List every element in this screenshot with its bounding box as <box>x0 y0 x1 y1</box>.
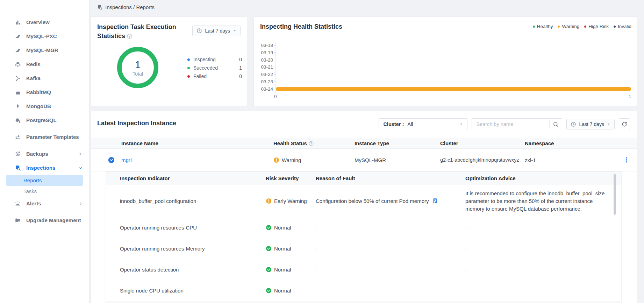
reason-text: - <box>316 225 317 231</box>
latest-card-title: Latest Inspection Instance <box>97 120 176 127</box>
health-legend-item-high-risk[interactable]: High Risk <box>584 24 609 29</box>
col-health-status: Health Status <box>273 140 355 146</box>
bar-warning-03-24[interactable] <box>276 87 631 91</box>
clock-icon <box>196 28 202 34</box>
dolphin-icon <box>15 33 21 40</box>
legend-label: High Risk <box>588 24 609 29</box>
legend-label: Warning <box>562 24 579 29</box>
legend-label: Succeeded <box>193 65 218 71</box>
health-legend-item-warning[interactable]: Warning <box>558 24 579 29</box>
reason-cell: - <box>316 267 465 273</box>
sidebar-subitem-reports[interactable]: Reports <box>6 175 83 186</box>
col-instance-name: Instance Name <box>121 140 273 146</box>
severity-label: Normal <box>274 267 291 273</box>
sidebar-item-mongodb[interactable]: MongoDB <box>0 99 89 113</box>
reason-text: - <box>316 288 317 294</box>
severity-cell: Normal <box>266 246 316 252</box>
refresh-button[interactable] <box>619 118 630 130</box>
detail-row-operator-status-detection: Operator status detectionNormal-- <box>106 259 621 280</box>
chart-bar-icon <box>15 19 21 26</box>
chart-row-03-24 <box>276 85 631 93</box>
severity-label: Early Warning <box>274 198 307 204</box>
warning-circle-icon <box>266 198 272 204</box>
search-icon[interactable] <box>553 121 559 127</box>
health-legend-item-invalid[interactable]: Invalid <box>614 24 631 29</box>
chevron-down-icon <box>78 165 83 170</box>
factory-icon <box>15 89 21 96</box>
sidebar-item-mysql-pxc[interactable]: MySQL-PXC <box>0 29 89 43</box>
collapse-row-icon[interactable] <box>108 157 115 163</box>
task-execution-card: Inspection Task Execution Statistics Las… <box>91 16 247 106</box>
sidebar-item-label: Upgrade Management <box>26 217 83 224</box>
sidebar-item-overview[interactable]: Overview <box>0 15 89 29</box>
sidebar-item-label: Redis <box>26 61 83 68</box>
col-reason-of-fault: Reason of Fault <box>316 175 465 181</box>
advice-cell: - <box>465 241 607 257</box>
legend-dot <box>533 26 535 28</box>
indicator-cell: Operator running resources-Memory <box>120 246 266 252</box>
sidebar-item-redis[interactable]: Redis <box>0 57 89 71</box>
check-circle-icon <box>266 288 272 294</box>
detail-table-header: Inspection Indicator Risk Severity Reaso… <box>106 172 621 185</box>
caret-down-icon <box>459 122 463 126</box>
col-optimization-advice: Optimization Advice <box>465 175 607 181</box>
health-card-title: Inspecting Health Statistics <box>260 23 342 30</box>
sidebar-item-inspections[interactable]: Inspections <box>0 161 89 175</box>
sidebar-item-label: Alerts <box>26 200 73 207</box>
sidebar-item-kafka[interactable]: Kafka <box>0 71 89 85</box>
advice-cell: - <box>465 283 607 299</box>
sidebar-item-alerts[interactable]: Alerts <box>0 197 89 211</box>
indicator-cell: Single node CPU utilization <box>120 288 266 294</box>
sidebar-item-upgrade-management[interactable]: Upgrade Management <box>0 211 89 230</box>
latest-inspection-card: Latest Inspection Instance Cluster : All… <box>91 111 637 303</box>
sidebar-item-mysql-mgr[interactable]: MySQL-MGR <box>0 43 89 57</box>
legend-label: Failed <box>193 73 207 79</box>
caret-down-icon <box>233 29 236 33</box>
sidebar-item-rabbitmq[interactable]: RabbitMQ <box>0 85 89 99</box>
help-icon[interactable] <box>127 33 133 39</box>
sidebar-item-backups[interactable]: Backups <box>0 147 89 161</box>
dolphin-icon <box>15 47 21 54</box>
sidebar-item-parameter-templates[interactable]: Parameter Templates <box>0 127 89 147</box>
y-axis-label-03-22: 03-22 <box>260 71 276 78</box>
row-actions-kebab-icon[interactable] <box>623 156 630 163</box>
task-legend: Inspecting0Succeeded1Failed0 <box>187 55 242 80</box>
task-range-button[interactable]: Last 7 days <box>192 26 241 36</box>
legend-dot <box>614 26 616 28</box>
check-circle-icon <box>266 267 272 273</box>
x-axis-tick-0: 0 <box>274 94 277 99</box>
cluster-cell: g2-c1-abcdefghijklmnopqrstuvwxyz <box>440 157 525 163</box>
health-statistics-card: Inspecting Health Statistics HealthyWarn… <box>253 16 637 106</box>
sidebar-subitem-tasks[interactable]: Tasks <box>6 186 83 197</box>
col-namespace: Namespace <box>525 140 602 146</box>
donut-total-value: 1 <box>135 59 141 70</box>
elephant-icon <box>15 117 21 124</box>
sidebar-item-label: MySQL-PXC <box>26 33 83 40</box>
reason-text: Configuration below 50% of current Pod m… <box>316 198 429 204</box>
inspection-detail-table: Inspection Indicator Risk Severity Reaso… <box>106 171 622 303</box>
x-axis-tick-1: 1 <box>629 94 631 99</box>
y-axis-label-03-24: 03-24 <box>260 85 276 93</box>
view-report-doc-icon[interactable] <box>432 198 438 204</box>
latest-range-button[interactable]: Last 7 days <box>566 119 615 129</box>
task-card-title: Inspection Task Execution Statistics <box>97 22 183 41</box>
help-icon[interactable] <box>308 141 314 146</box>
advice-cell: - <box>465 220 607 236</box>
sidebar-item-postgresql[interactable]: PostgreSQL <box>0 113 89 127</box>
caret-down-icon <box>607 122 610 126</box>
cluster-select[interactable]: Cluster : All <box>379 118 467 130</box>
chart-row-03-19 <box>276 49 631 56</box>
breadcrumb-label[interactable]: Inspections / Reports <box>105 4 155 10</box>
health-legend-item-healthy[interactable]: Healthy <box>533 24 553 29</box>
legend-label: Inspecting <box>193 57 216 62</box>
severity-cell: Early Warning <box>266 198 316 204</box>
instance-row: mgr1 Warning MySQL-MGR g2-c1-abcdefghijk… <box>91 149 637 171</box>
reason-text: - <box>316 246 317 252</box>
cluster-select-value: All <box>407 121 413 127</box>
detail-row-operator-running-resources-cpu: Operator running resources-CPUNormal-- <box>106 217 621 238</box>
task-legend-item-inspecting: Inspecting0 <box>187 55 242 64</box>
instance-name-link[interactable]: mgr1 <box>121 157 133 163</box>
detail-scrollbar[interactable] <box>614 174 616 215</box>
search-input[interactable] <box>472 121 549 127</box>
search-divider <box>549 120 550 128</box>
